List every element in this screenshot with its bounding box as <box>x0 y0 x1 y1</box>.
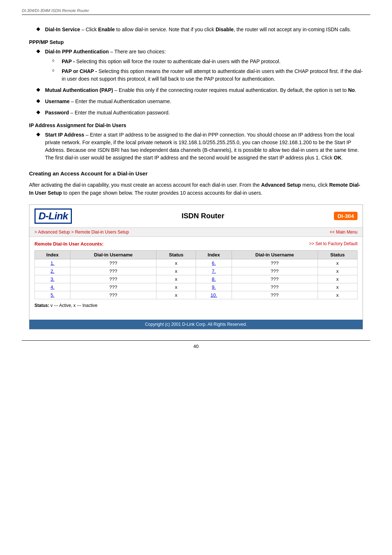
page-wrapper: DI-304/DI-304M ISDN Remote Router ◆ Dial… <box>0 0 392 555</box>
status-legend: Status: v --- Active, x --- Inactive <box>34 303 358 308</box>
status-9: x <box>318 283 357 291</box>
index-link-3[interactable]: 3. <box>50 276 54 282</box>
status-2: x <box>156 267 196 275</box>
dial-in-service-label: Dial-In Service <box>45 27 80 32</box>
index-link-10[interactable]: 10. <box>211 292 217 298</box>
page-footer: 40 <box>22 340 370 349</box>
advanced-setup-ref: Advanced Setup <box>261 182 301 188</box>
pap-text: PAP - Selecting this option will force t… <box>62 58 281 65</box>
index-link-6[interactable]: 6. <box>212 260 216 266</box>
status-legend-active: v --- Active, x --- Inactive <box>50 303 97 308</box>
index-7: 7. <box>196 267 232 275</box>
index-4: 4. <box>35 283 70 291</box>
router-nav: > Advanced Setup > Remote Dial-in Users … <box>29 228 363 237</box>
pap-sub-bullet: ◊ PAP - Selecting this option will force… <box>52 58 363 65</box>
index-link-4[interactable]: 4. <box>50 284 54 290</box>
main-menu-link[interactable]: << Main Menu <box>330 230 358 235</box>
pap-chap-sub-bullet: ◊ PAP or CHAP - Selecting this option me… <box>52 68 363 83</box>
index-9: 9. <box>196 283 232 291</box>
password-label: Password <box>45 110 69 116</box>
diamond-pap-chap: ◊ <box>52 68 60 83</box>
ip-section: IP Address Assignment for Dial-In Users … <box>29 122 363 162</box>
username-10: ??? <box>232 291 318 299</box>
router-footer: Copyright (c) 2001 D-Link Corp. All Righ… <box>29 320 363 329</box>
index-2: 2. <box>35 267 70 275</box>
index-link-2[interactable]: 2. <box>50 268 54 274</box>
index-8: 8. <box>196 275 232 283</box>
page-header: DI-304/DI-304M ISDN Remote Router <box>22 7 370 15</box>
col-status-2: Status <box>318 250 357 259</box>
ppp-auth-bullet: ◆ Dial-In PPP Authentication – There are… <box>29 48 363 83</box>
status-legend-label: Status: <box>34 303 49 308</box>
mutual-auth-text: Mutual Authentication (PAP) – Enable thi… <box>45 86 363 94</box>
router-title: ISDN Router <box>181 212 224 220</box>
password-text: Password – Enter the mutual Authenticati… <box>45 109 363 117</box>
copyright-text: Copyright (c) 2001 D-Link Corp. All Righ… <box>145 322 247 327</box>
ok-label: OK <box>334 155 342 161</box>
bullet-diamond-3: ◆ <box>36 86 42 94</box>
username-6: ??? <box>232 259 318 267</box>
dial-in-service-text: Dial-In Service – Click Enable to allow … <box>45 26 363 33</box>
index-link-8[interactable]: 8. <box>212 276 216 282</box>
start-ip-text: Start IP Address – Enter a start IP addr… <box>45 131 363 162</box>
page-number: 40 <box>193 344 199 349</box>
h2-heading: Creating an Access Account for a Dial-in… <box>29 170 363 177</box>
bullet-diamond-1: ◆ <box>36 26 42 33</box>
status-5: x <box>156 291 196 299</box>
col-index-2: Index <box>196 250 232 259</box>
password-bullet: ◆ Password – Enter the mutual Authentica… <box>29 109 363 117</box>
ppp-auth-text: Dial-In PPP Authentication – There are t… <box>45 48 363 83</box>
bullet-diamond-5: ◆ <box>36 109 42 117</box>
col-status-1: Status <box>156 250 196 259</box>
username-4: ??? <box>70 283 156 291</box>
diamond-pap: ◊ <box>52 58 60 65</box>
dial-in-service-bullet: ◆ Dial-In Service – Click Enable to allo… <box>29 26 363 33</box>
start-ip-bullet: ◆ Start IP Address – Enter a start IP ad… <box>29 131 363 162</box>
table-header-row: Index Dial-in Username Status Index Dial… <box>35 250 358 259</box>
index-link-7[interactable]: 7. <box>212 268 216 274</box>
status-4: x <box>156 283 196 291</box>
router-body: Remote Dial-In User Accounts: >> Set to … <box>29 237 363 312</box>
col-username-1: Dial-in Username <box>70 250 156 259</box>
status-3: x <box>156 275 196 283</box>
enable-label: Enable <box>98 27 115 32</box>
router-ui-box: D-Link ISDN Router DI-304 > Advanced Set… <box>29 204 363 329</box>
factory-default-link[interactable]: >> Set to Factory Default <box>309 241 358 246</box>
username-text: Username – Enter the mutual Authenticati… <box>45 98 363 105</box>
pap-chap-label: PAP or CHAP - <box>62 68 97 74</box>
status-8: x <box>318 275 357 283</box>
content-area: ◆ Dial-In Service – Click Enable to allo… <box>22 26 370 329</box>
disable-label: Disable <box>216 27 234 32</box>
router-model-badge: DI-304 <box>334 212 358 220</box>
username-8: ??? <box>232 275 318 283</box>
index-link-1[interactable]: 1. <box>50 260 54 266</box>
index-5: 5. <box>35 291 70 299</box>
remote-dial-ref: Remote Dial-In User Setup <box>29 182 360 196</box>
dlink-logo: D-Link <box>34 208 72 224</box>
dlink-logo-text: D-Link <box>34 208 72 224</box>
accounts-title: Remote Dial-In User Accounts: <box>34 241 103 247</box>
ip-section-heading: IP Address Assignment for Dial-In Users <box>29 122 363 128</box>
index-3: 3. <box>35 275 70 283</box>
page-header-title: DI-304/DI-304M ISDN Remote Router <box>22 8 89 13</box>
index-10: 10. <box>196 291 232 299</box>
status-1: x <box>156 259 196 267</box>
ppp-auth-label: Dial-In PPP Authentication <box>45 49 109 54</box>
index-6: 6. <box>196 259 232 267</box>
username-9: ??? <box>232 283 318 291</box>
index-link-5[interactable]: 5. <box>50 292 54 298</box>
status-10: x <box>318 291 357 299</box>
mutual-auth-bullet: ◆ Mutual Authentication (PAP) – Enable t… <box>29 86 363 94</box>
bullet-diamond-6: ◆ <box>36 131 42 162</box>
username-7: ??? <box>232 267 318 275</box>
index-link-9[interactable]: 9. <box>212 284 216 290</box>
no-label: No <box>348 87 355 93</box>
router-header: D-Link ISDN Router DI-304 <box>29 205 363 228</box>
table-row: 2. ??? x 7. ??? x <box>35 267 358 275</box>
table-row: 3. ??? x 8. ??? x <box>35 275 358 283</box>
mutual-auth-label: Mutual Authentication (PAP) <box>45 87 113 93</box>
username-1: ??? <box>70 259 156 267</box>
username-3: ??? <box>70 275 156 283</box>
nav-path-link[interactable]: > Advanced Setup > Remote Dial-in Users … <box>34 230 129 235</box>
col-username-2: Dial-in Username <box>232 250 318 259</box>
